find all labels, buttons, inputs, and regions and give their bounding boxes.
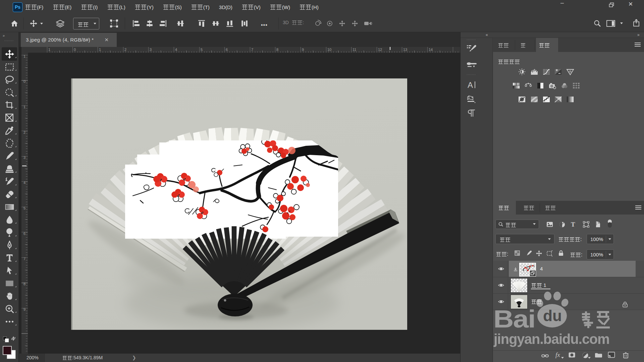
svg-text:A: A [468, 81, 473, 89]
svg-text:du: du [543, 307, 562, 324]
